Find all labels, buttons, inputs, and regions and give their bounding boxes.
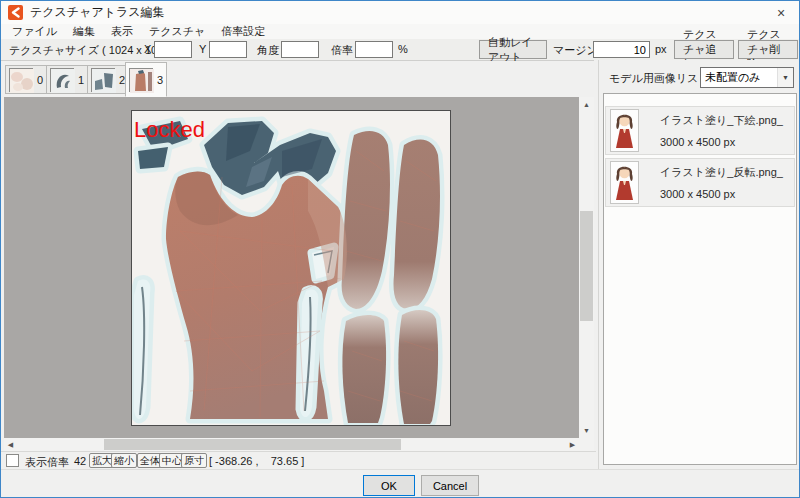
texture-tab-0-thumbnail	[9, 68, 33, 92]
status-bar: 表示倍率 42 % 拡大 縮小 全体 中心 原寸 [ -368.26 , 73.…	[1, 451, 596, 469]
toolbar: テクスチャサイズ ( 1024 x 1024 ) X Y 角度 倍率 % 自動レ…	[1, 39, 799, 61]
x-input[interactable]	[154, 41, 192, 58]
atlas-canvas-viewport[interactable]: Locked	[4, 97, 579, 438]
menu-file[interactable]: ファイル	[4, 24, 65, 39]
texture-tab-bar: 0 1 2 3	[1, 61, 594, 97]
texture-atlas-image[interactable]: Locked	[131, 110, 451, 426]
menu-edit[interactable]: 編集	[65, 24, 103, 39]
x-label: X	[144, 43, 151, 55]
image-thumbnail-1	[610, 161, 639, 204]
menu-texture[interactable]: テクスチャ	[141, 24, 213, 39]
menu-scale-settings[interactable]: 倍率設定	[213, 24, 273, 39]
dialog-footer: OK Cancel	[1, 469, 799, 498]
model-image-panel: モデル用画像リスト 未配置のみ ▼ イラスト塗り_下絵.png_ 3000 x …	[598, 60, 800, 469]
vertical-scrollbar[interactable]: ▲ ▼	[579, 97, 594, 438]
scroll-left-icon[interactable]: ◀	[4, 438, 17, 451]
angle-input[interactable]	[281, 41, 319, 58]
margin-unit-label: px	[655, 43, 667, 55]
title-bar: テクスチャアトラス編集 ×	[1, 1, 799, 24]
image-name-0: イラスト塗り_下絵.png_	[660, 113, 783, 128]
cancel-button[interactable]: Cancel	[421, 475, 479, 496]
texture-tab-1-thumbnail	[50, 68, 74, 92]
texture-tab-0[interactable]: 0	[5, 65, 47, 94]
horizontal-scrollbar-thumb[interactable]	[104, 439, 401, 450]
image-filter-dropdown[interactable]: 未配置のみ ▼	[700, 67, 794, 88]
window-title: テクスチャアトラス編集	[30, 4, 165, 21]
scroll-down-icon[interactable]: ▼	[579, 423, 594, 438]
texture-tab-1[interactable]: 1	[46, 65, 88, 94]
remove-texture-button[interactable]: テクスチャ削除	[738, 40, 798, 59]
menu-view[interactable]: 表示	[103, 24, 141, 39]
menu-bar: ファイル 編集 表示 テクスチャ 倍率設定	[1, 24, 799, 39]
scroll-right-icon[interactable]: ▶	[566, 438, 579, 451]
scrollbar-corner	[579, 438, 594, 451]
model-image-list: イラスト塗り_下絵.png_ 3000 x 4500 px イラスト塗り_反転.…	[603, 93, 797, 465]
close-button[interactable]: ×	[763, 1, 799, 24]
actual-size-button[interactable]: 原寸	[181, 453, 207, 468]
texture-tab-0-label: 0	[37, 74, 43, 86]
ok-button[interactable]: OK	[363, 475, 415, 496]
texture-tab-3-label: 3	[157, 74, 163, 86]
horizontal-scrollbar[interactable]: ◀ ▶	[4, 438, 579, 451]
vertical-scrollbar-thumb[interactable]	[580, 211, 593, 321]
texture-tab-1-label: 1	[78, 74, 84, 86]
y-label: Y	[199, 43, 206, 55]
app-logo-icon	[8, 5, 23, 20]
texture-atlas-editor-window: テクスチャアトラス編集 × ファイル 編集 表示 テクスチャ 倍率設定 テクスチ…	[0, 0, 800, 498]
angle-label: 角度	[257, 43, 279, 58]
y-input[interactable]	[209, 41, 247, 58]
image-filter-value: 未配置のみ	[701, 70, 777, 85]
texture-atlas-art: Locked	[132, 111, 450, 425]
image-thumbnail-0	[610, 109, 639, 152]
texture-tab-3[interactable]: 3	[125, 62, 167, 97]
chevron-down-icon[interactable]: ▼	[777, 68, 793, 87]
image-list-item-0[interactable]: イラスト塗り_下絵.png_ 3000 x 4500 px	[605, 106, 795, 155]
image-size-0: 3000 x 4500 px	[660, 136, 783, 148]
display-scale-label: 表示倍率	[25, 455, 69, 470]
image-size-1: 3000 x 4500 px	[660, 188, 783, 200]
add-texture-button[interactable]: テクスチャ追加	[674, 40, 734, 59]
scale-input[interactable]	[355, 41, 393, 58]
margin-input[interactable]	[593, 41, 650, 58]
scroll-up-icon[interactable]: ▲	[579, 97, 594, 112]
texture-tab-2[interactable]: 2	[87, 65, 129, 94]
cursor-coordinates: [ -368.26 , 73.65 ]	[209, 455, 304, 467]
image-name-1: イラスト塗り_反転.png_	[660, 165, 783, 180]
display-scale-checkbox[interactable]	[6, 454, 19, 467]
image-list-item-1[interactable]: イラスト塗り_反転.png_ 3000 x 4500 px	[605, 158, 795, 207]
auto-layout-button[interactable]: 自動レイアウト	[479, 40, 547, 59]
scale-unit-label: %	[398, 43, 408, 55]
texture-tab-2-thumbnail	[91, 68, 115, 92]
texture-tab-3-thumbnail	[129, 68, 153, 92]
scale-label: 倍率	[331, 43, 353, 58]
locked-label: Locked	[134, 117, 205, 142]
zoom-out-button[interactable]: 縮小	[111, 453, 137, 468]
margin-label: マージン	[553, 43, 598, 58]
model-image-list-label: モデル用画像リスト	[609, 71, 710, 86]
